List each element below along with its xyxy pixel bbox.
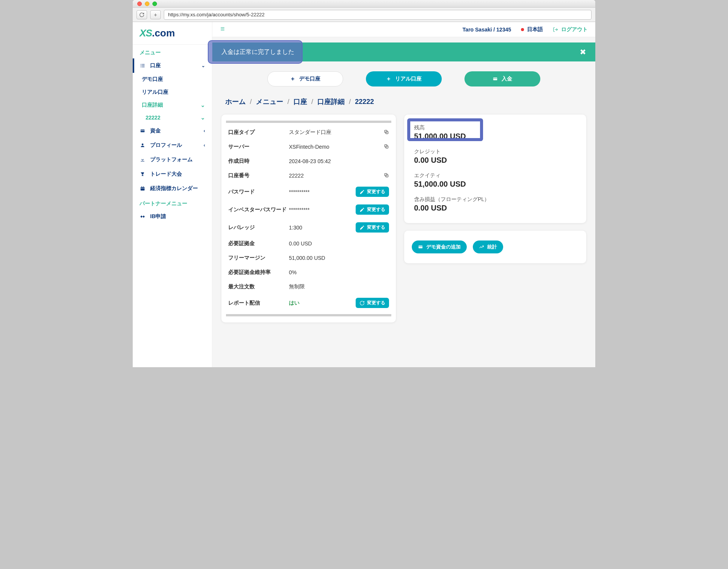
sidebar-sub-demo[interactable]: デモ口座 — [133, 73, 212, 86]
add-demo-funds-button[interactable]: デモ資金の追加 — [412, 240, 467, 253]
crumb-accounts[interactable]: 口座 — [293, 98, 307, 105]
balance-block: 残高 51,000.00 USD — [412, 121, 579, 145]
svg-point-8 — [142, 143, 144, 145]
divider: / — [311, 98, 313, 105]
detail-value: 1:300 — [289, 225, 356, 231]
button-label: 変更する — [367, 189, 385, 195]
change-leverage-button[interactable]: 変更する — [356, 222, 389, 233]
reload-button[interactable] — [136, 10, 147, 19]
account-actions-card: デモ資金の追加 統計 — [404, 231, 586, 263]
detail-label: 作成日時 — [228, 158, 289, 165]
crumb-home[interactable]: ホーム — [225, 98, 246, 105]
app: XS.com メニュー 口座 ⌄ デモ口座 リアル口座 口座詳細 ⌄ 22222 — [133, 22, 595, 367]
language-selector[interactable]: 日本語 — [521, 26, 543, 33]
copy-icon[interactable] — [384, 129, 389, 136]
window-max-dot[interactable] — [152, 2, 157, 6]
button-label: 入金 — [502, 75, 512, 82]
add-real-account-button[interactable]: リアル口座 — [366, 71, 442, 86]
balances-card: 残高 51,000.00 USD クレジット 0.00 USD エクイティ 51… — [404, 115, 586, 223]
sidebar-item-label: 経済指標カレンダー — [150, 185, 198, 192]
banner-text: 入金は正常に完了しました — [221, 48, 294, 56]
sidebar-sub-account-number[interactable]: 22222 ⌄ — [133, 112, 212, 124]
action-row: デモ口座 リアル口座 入金 — [212, 61, 595, 90]
detail-row-server: サーバー XSFintech-Demo — [221, 140, 396, 154]
url-bar[interactable]: https://my.xs.com/ja/accounts/show/5-222… — [164, 10, 592, 20]
menu-toggle-icon[interactable] — [220, 26, 225, 33]
user-link[interactable]: Taro Sasaki / 12345 — [463, 27, 511, 33]
detail-label: 最大注文数 — [228, 283, 289, 290]
new-tab-button[interactable]: + — [150, 10, 161, 19]
sidebar-sub-details[interactable]: 口座詳細 ⌄ — [133, 99, 212, 112]
scrollbar-top[interactable] — [226, 121, 391, 123]
chevron-down-icon: ⌄ — [201, 115, 205, 121]
detail-value: ********** — [289, 189, 356, 195]
list-icon — [140, 63, 146, 69]
sidebar-item-label: 口座詳細 — [142, 102, 163, 108]
right-column: 残高 51,000.00 USD クレジット 0.00 USD エクイティ 51… — [404, 115, 586, 263]
close-icon[interactable]: ✖ — [580, 47, 586, 57]
copy-icon[interactable] — [384, 173, 389, 179]
chevron-left-icon: ‹ — [204, 128, 205, 134]
svg-rect-13 — [143, 186, 144, 187]
balance-value: 0.00 USD — [414, 156, 576, 165]
logout-label: ログアウト — [561, 26, 588, 33]
breadcrumb: ホーム / メニュー / 口座 / 口座詳細 / 22222 — [212, 90, 595, 109]
detail-value: 51,000.00 USD — [289, 255, 389, 261]
sidebar-item-trade-comp[interactable]: トレード大会 — [133, 167, 212, 181]
detail-row-margin: 必要証拠金 0.00 USD — [221, 236, 396, 251]
detail-label: 必要証拠金 — [228, 240, 289, 247]
sidebar-item-funds[interactable]: 資金 ‹ — [133, 124, 212, 138]
change-investor-button[interactable]: 変更する — [356, 204, 389, 215]
button-label: 変更する — [367, 224, 385, 231]
svg-rect-0 — [141, 64, 141, 64]
svg-rect-2 — [141, 65, 141, 66]
sidebar-sub-real[interactable]: リアル口座 — [133, 86, 212, 99]
button-label: 統計 — [487, 244, 497, 250]
stats-button[interactable]: 統計 — [473, 240, 503, 253]
detail-label: 口座タイプ — [228, 129, 289, 136]
svg-rect-4 — [141, 67, 141, 67]
main: Taro Sasaki / 12345 日本語 ログアウト 入金は正常に完了しま… — [212, 22, 595, 367]
topbar-right: Taro Sasaki / 12345 日本語 ログアウト — [463, 26, 588, 33]
button-label: デモ口座 — [299, 75, 320, 82]
svg-rect-3 — [142, 65, 144, 66]
sidebar-item-calendar[interactable]: 経済指標カレンダー — [133, 181, 212, 196]
detail-row-password: パスワード ********** 変更する — [221, 183, 396, 201]
change-password-button[interactable]: 変更する — [356, 187, 389, 197]
chevron-down-icon: ⌄ — [201, 63, 205, 68]
crumb-menu[interactable]: メニュー — [256, 98, 283, 105]
scrollbar-bottom[interactable] — [226, 314, 391, 316]
calendar-icon — [140, 185, 146, 192]
svg-rect-9 — [141, 161, 144, 162]
sidebar-item-platform[interactable]: プラットフォーム — [133, 152, 212, 167]
detail-label: サーバー — [228, 143, 289, 150]
sidebar-item-label: 口座 — [150, 62, 161, 69]
wallet-icon — [140, 128, 146, 134]
sidebar-item-profile[interactable]: プロフィール ‹ — [133, 138, 212, 152]
sidebar-section-partner: パートナーメニュー — [133, 196, 212, 209]
trophy-icon — [140, 171, 146, 177]
copy-icon[interactable] — [384, 144, 389, 150]
balance-label: 残高 — [414, 124, 576, 131]
window-min-dot[interactable] — [145, 2, 149, 6]
url-text: https://my.xs.com/ja/accounts/show/5-222… — [168, 12, 265, 17]
add-demo-account-button[interactable]: デモ口座 — [267, 71, 343, 86]
sidebar-item-accounts[interactable]: 口座 ⌄ — [133, 58, 212, 73]
window-close-dot[interactable] — [137, 2, 142, 6]
change-report-button[interactable]: 変更する — [356, 298, 389, 308]
crumb-details[interactable]: 口座詳細 — [317, 98, 345, 105]
sidebar-item-ib[interactable]: IB申請 — [133, 209, 212, 224]
crumb-current: 22222 — [355, 98, 374, 105]
detail-value: 0% — [289, 269, 389, 275]
divider: / — [287, 98, 289, 105]
detail-label: インベスターパスワード — [228, 206, 289, 213]
logout-button[interactable]: ログアウト — [553, 26, 588, 33]
balance-value: 51,000.00 USD — [414, 180, 576, 189]
sidebar: XS.com メニュー 口座 ⌄ デモ口座 リアル口座 口座詳細 ⌄ 22222 — [133, 22, 212, 367]
detail-row-leverage: レバレッジ 1:300 変更する — [221, 218, 396, 236]
deposit-button[interactable]: 入金 — [464, 71, 540, 86]
logo[interactable]: XS.com — [133, 22, 212, 45]
button-label: 変更する — [367, 206, 385, 213]
detail-label: レポート配信 — [228, 300, 289, 307]
svg-rect-7 — [141, 130, 145, 131]
